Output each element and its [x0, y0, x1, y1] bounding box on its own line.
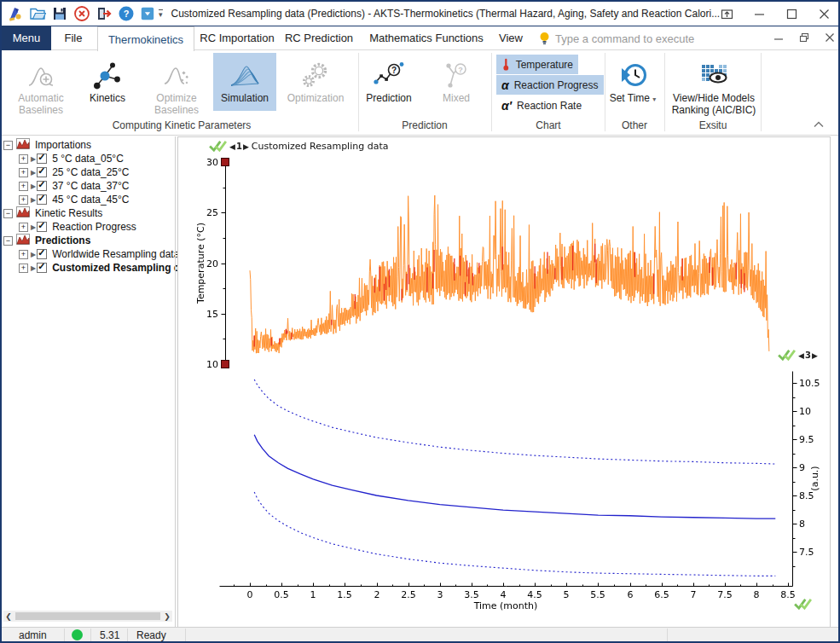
item-arrow-icon[interactable]: ▶ — [31, 169, 36, 177]
collapse-ribbon-icon[interactable] — [814, 116, 824, 131]
view-hide-models-ranking-button[interactable]: View/Hide Models Ranking (AIC/BIC) — [669, 53, 758, 116]
optimization-button[interactable]: Optimization — [283, 53, 348, 104]
mdi-restore-button[interactable] — [799, 31, 809, 46]
window-select-button[interactable] — [140, 4, 155, 23]
zone-3-marker: ◀3▶ — [778, 349, 818, 362]
scrollbar-thumb[interactable] — [15, 612, 160, 620]
zone-prev-icon[interactable]: ◀ — [229, 142, 235, 151]
svg-text:?: ? — [124, 9, 130, 19]
mdi-minimize-button[interactable] — [773, 31, 784, 46]
tree-child-item[interactable]: +▶✓45 °C data_45°C — [3, 193, 174, 206]
item-arrow-icon[interactable]: ▶ — [31, 264, 36, 272]
gears-icon — [283, 53, 348, 92]
collapse-box-icon[interactable]: − — [3, 236, 13, 246]
mdi-close-button[interactable] — [825, 31, 835, 46]
expand-box-icon[interactable]: + — [19, 195, 28, 205]
expand-box-icon[interactable]: + — [19, 182, 28, 191]
tab-thermokinetics[interactable]: Thermokinetics — [97, 26, 194, 51]
status-bar: admin 5.31 Ready — [2, 627, 838, 642]
save-button[interactable] — [51, 4, 68, 23]
automatic-baselines-button[interactable]: Automatic Baselines — [9, 53, 73, 116]
set-time-button[interactable]: Set Time ▾ — [609, 53, 657, 106]
expand-box-icon[interactable]: + — [19, 223, 28, 232]
tree-root-item[interactable]: −Importations — [3, 138, 174, 152]
item-checkbox[interactable]: ✓ — [37, 181, 47, 191]
exit-button[interactable] — [96, 4, 113, 23]
item-arrow-icon[interactable]: ▶ — [31, 223, 36, 231]
item-checkbox[interactable]: ✓ — [37, 154, 47, 164]
status-indicator — [72, 628, 83, 642]
zone-1-nav[interactable]: ◀1▶ — [229, 142, 249, 151]
close-button[interactable] — [817, 8, 831, 20]
scroll-right-icon[interactable]: ❯ — [162, 612, 172, 621]
group-separator — [358, 53, 359, 131]
optimize-baselines-button[interactable]: Optimize Baselines — [145, 53, 208, 116]
close-document-button[interactable] — [73, 4, 90, 23]
item-arrow-icon[interactable]: ▶ — [31, 182, 36, 190]
tree-child-item[interactable]: +▶✓Reaction Progress — [3, 220, 174, 234]
mixed-prediction-icon: ? — [430, 53, 483, 92]
chart-title: Customized Resampling data — [252, 141, 389, 152]
item-checkbox[interactable]: ✓ — [37, 222, 47, 232]
open-file-button[interactable] — [29, 4, 46, 23]
chart-header: ◀1▶ Customized Resampling data — [209, 140, 388, 153]
tab-mathematics-functions[interactable]: Mathematics Functions — [367, 26, 486, 49]
chart-temperature-toggle[interactable]: Temperature — [496, 55, 578, 74]
chart-reaction-rate-toggle[interactable]: α′ Reaction Rate — [496, 96, 599, 115]
set-time-clock-icon — [609, 53, 657, 92]
window-title: Customized Resampling data (Predictions)… — [171, 8, 721, 20]
expand-box-icon[interactable]: + — [19, 154, 28, 164]
mixed-button[interactable]: ? Mixed — [430, 53, 483, 104]
tab-file[interactable]: File — [51, 26, 96, 49]
status-version: 5.31 — [100, 628, 119, 642]
item-checkbox[interactable]: ✓ — [37, 263, 47, 273]
quick-access-customize-icon[interactable]: ▾ — [159, 9, 163, 18]
panel-splitter[interactable] — [175, 136, 176, 628]
axis-valid-marker — [794, 598, 812, 614]
zone-3-nav[interactable]: ◀3▶ — [798, 350, 818, 360]
expand-box-icon[interactable]: + — [19, 264, 28, 273]
command-input[interactable]: Type a command to execute — [555, 32, 694, 45]
help-button[interactable]: ? — [118, 4, 135, 23]
zone-next-icon[interactable]: ▶ — [812, 351, 818, 360]
tree-child-item[interactable]: +▶✓Worldwide Resampling data — [3, 247, 174, 261]
chart-reaction-progress-toggle[interactable]: α Reaction Progress — [496, 75, 604, 95]
item-arrow-icon[interactable]: ▶ — [31, 251, 36, 258]
app-window: ? ▾ Customized Resampling data (Predicti… — [0, 0, 840, 643]
restore-up-button[interactable] — [720, 8, 733, 20]
tree-child-item[interactable]: +▶✓Customized Resampling da — [3, 261, 174, 275]
tree-child-item[interactable]: +▶✓25 °C data_25°C — [3, 165, 174, 179]
tab-rc-importation[interactable]: RC Importation — [196, 26, 278, 49]
item-checkbox[interactable]: ✓ — [37, 167, 47, 177]
maximize-button[interactable] — [785, 8, 798, 20]
kinetics-button[interactable]: Kinetics — [78, 53, 136, 104]
tree-root-item[interactable]: −Predictions — [3, 234, 174, 247]
minimize-button[interactable] — [752, 8, 766, 20]
scroll-left-icon[interactable]: ❮ — [3, 612, 14, 621]
expand-box-icon[interactable]: + — [19, 168, 28, 177]
tree-child-item[interactable]: +▶✓37 °C data_37°C — [3, 179, 174, 193]
tree-root-item[interactable]: −Kinetic Results — [3, 206, 174, 220]
valid-check-icon — [778, 349, 796, 362]
tree-child-item[interactable]: +▶✓5 °C data_05°C — [3, 152, 174, 165]
command-bar[interactable]: Type a command to execute — [539, 30, 694, 47]
prediction-chart-canvas[interactable] — [178, 137, 830, 627]
tree-horizontal-scrollbar[interactable]: ❮ ❯ — [3, 611, 172, 622]
item-arrow-icon[interactable]: ▶ — [31, 155, 36, 163]
tab-rc-prediction[interactable]: RC Prediction — [281, 26, 356, 49]
zone-next-icon[interactable]: ▶ — [243, 142, 249, 151]
tab-view[interactable]: View — [490, 26, 532, 49]
prediction-button[interactable]: ? Prediction — [362, 53, 416, 104]
expand-box-icon[interactable]: + — [19, 250, 28, 259]
item-arrow-icon[interactable]: ▶ — [31, 196, 36, 204]
item-checkbox[interactable]: ✓ — [37, 249, 47, 259]
collapse-box-icon[interactable]: − — [3, 141, 13, 150]
collapse-box-icon[interactable]: − — [3, 209, 13, 218]
alpha-icon: α — [501, 79, 509, 91]
tab-menu[interactable]: Menu — [2, 26, 51, 50]
prediction-icon: ? — [362, 53, 416, 92]
simulation-button[interactable]: Simulation — [213, 53, 276, 111]
item-checkbox[interactable]: ✓ — [37, 194, 47, 205]
zone-prev-icon[interactable]: ◀ — [798, 351, 804, 360]
thermometer-icon — [501, 56, 511, 72]
